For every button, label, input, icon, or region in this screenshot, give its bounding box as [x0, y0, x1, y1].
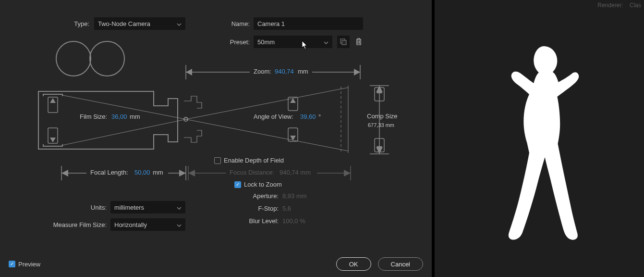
cancel-button-label: Cancel	[391, 261, 410, 268]
ok-button[interactable]: OK	[336, 257, 371, 271]
fstop-label: F-Stop:	[202, 205, 279, 212]
comp-size-label: Comp Size	[367, 113, 398, 120]
angle-unit: °	[318, 113, 321, 120]
blur-label: Blur Level:	[202, 217, 279, 225]
checkbox-icon	[214, 157, 221, 164]
camera-settings-dialog: Type: Two-Node Camera Name: Camera 1 Pre…	[0, 0, 432, 277]
measure-film-size-select[interactable]: Horizontally	[110, 218, 185, 231]
angle-value[interactable]: 39,60	[300, 113, 316, 120]
camera-diagram: Zoom: 940,74 mm Film Size: 36,00 mm Angl…	[34, 38, 403, 188]
svg-line-8	[62, 119, 186, 145]
mouse-cursor-icon	[302, 40, 308, 50]
preview-label: Preview	[18, 261, 40, 268]
ok-button-label: OK	[349, 261, 358, 268]
blur-value: 100,0 %	[282, 217, 305, 225]
zoom-label: Zoom:	[254, 68, 271, 75]
dialog-footer: Preview OK Cancel	[0, 251, 432, 277]
measure-film-size-label: Measure Film Size:	[29, 221, 107, 228]
lock-to-zoom-checkbox[interactable]: Lock to Zoom	[234, 181, 282, 188]
name-input-value: Camera 1	[257, 20, 285, 27]
type-label: Type:	[0, 20, 89, 27]
preview-checkbox[interactable]: Preview	[9, 261, 40, 268]
type-select-value: Two-Node Camera	[98, 20, 150, 27]
svg-line-10	[186, 119, 348, 151]
svg-text:Angle of View:: Angle of View:	[254, 113, 293, 120]
units-label: Units:	[29, 204, 107, 211]
checkbox-icon	[9, 261, 15, 267]
focal-length-label: Focal Length:	[90, 169, 128, 176]
svg-text:mm: mm	[298, 68, 308, 75]
chevron-down-icon	[177, 222, 182, 227]
svg-point-2	[56, 41, 91, 76]
svg-text:Focal Length:: Focal Length:	[90, 169, 128, 176]
zoom-value[interactable]: 940,74	[275, 68, 294, 75]
units-select[interactable]: millimeters	[110, 201, 185, 214]
renderer-value: Clas	[630, 2, 641, 9]
svg-point-3	[90, 41, 124, 76]
chevron-down-icon	[177, 21, 182, 26]
lock-to-zoom-label: Lock to Zoom	[244, 181, 282, 188]
name-label: Name:	[202, 20, 250, 27]
svg-text:mm: mm	[130, 113, 140, 120]
name-input[interactable]: Camera 1	[254, 17, 363, 30]
focal-length-value[interactable]: 50,00	[134, 169, 150, 176]
units-select-value: millimeters	[114, 204, 144, 211]
film-size-value[interactable]: 36,00	[111, 113, 127, 120]
svg-text:Film Size:: Film Size:	[80, 113, 107, 120]
aperture-value: 8,93 mm	[282, 192, 307, 200]
film-size-label: Film Size:	[80, 113, 107, 120]
checkbox-icon	[234, 181, 241, 188]
renderer-status: Renderer: Clas	[597, 2, 644, 9]
aperture-label: Aperture:	[202, 192, 279, 200]
enable-dof-label: Enable Depth of Field	[224, 157, 284, 164]
measure-select-value: Horizontally	[114, 221, 147, 228]
type-select[interactable]: Two-Node Camera	[94, 17, 185, 30]
focus-distance-value: 940,74 mm	[279, 169, 311, 176]
angle-label: Angle of View:	[254, 113, 293, 120]
svg-text:mm: mm	[153, 169, 163, 176]
cancel-button[interactable]: Cancel	[378, 257, 423, 271]
comp-size-value: 677,33 mm	[368, 122, 394, 128]
focus-distance-label: Focus Distance:	[230, 169, 274, 176]
fstop-value: 5,6	[282, 205, 291, 212]
film-size-unit: mm	[130, 113, 140, 120]
composition-preview-panel: Renderer: Clas	[435, 0, 644, 277]
zoom-unit: mm	[298, 68, 308, 75]
focal-length-unit: mm	[153, 169, 163, 176]
preview-viewport[interactable]	[435, 11, 644, 277]
enable-dof-checkbox[interactable]: Enable Depth of Field	[214, 157, 284, 164]
svg-text:Focus Distance:: Focus Distance:	[230, 169, 274, 176]
renderer-label: Renderer:	[597, 2, 623, 9]
svg-text:°: °	[318, 113, 321, 120]
svg-text:Zoom:: Zoom:	[254, 68, 271, 75]
silhouette-figure	[467, 43, 611, 245]
chevron-down-icon	[177, 205, 182, 210]
